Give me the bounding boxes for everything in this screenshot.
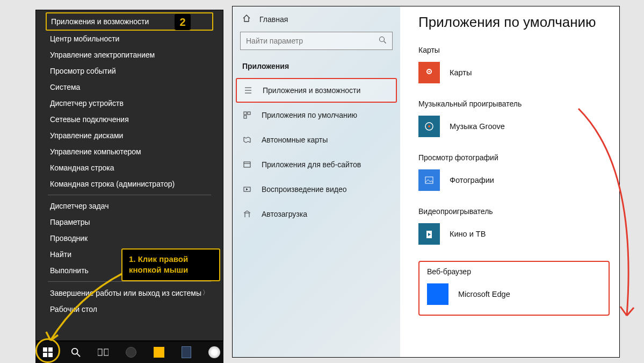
winx-label: Диспетчер устройств: [50, 99, 124, 108]
app-label: Фотографии: [450, 176, 494, 184]
nav-item-apps-websites[interactable]: Приложения для веб-сайтов: [233, 152, 400, 177]
svg-rect-7: [104, 349, 108, 355]
taskbar-taskview[interactable]: [94, 343, 112, 361]
winx-label: Рабочий стол: [50, 305, 97, 314]
winx-label: Управление электропитанием: [50, 51, 155, 59]
edge-icon: [427, 283, 448, 305]
winx-label: Система: [50, 83, 80, 91]
winx-label: Управление дисками: [50, 131, 123, 140]
search-icon: [71, 347, 81, 357]
winx-item-taskmgr[interactable]: Диспетчер задач: [36, 198, 223, 214]
taskbar-app-4[interactable]: [205, 343, 223, 361]
settings-search[interactable]: [240, 32, 393, 50]
winx-item-eventviewer[interactable]: Просмотр событий: [36, 63, 223, 79]
winx-label: Завершение работы или выход из системы: [50, 289, 201, 297]
winx-item-devicemgr[interactable]: Диспетчер устройств: [36, 95, 223, 111]
taskbar: [35, 341, 223, 363]
nav-item-offline-maps[interactable]: Автономные карты: [233, 127, 400, 152]
winx-separator: [48, 195, 211, 195]
start-button[interactable]: [39, 343, 57, 361]
settings-window: Главная Приложения Приложения и возможно…: [232, 6, 620, 358]
winx-item-settings[interactable]: Параметры: [36, 214, 223, 230]
windows-icon: [43, 347, 53, 357]
nav-label: Приложения и возможности: [263, 86, 360, 95]
svg-rect-13: [244, 112, 247, 115]
nav-item-default-apps[interactable]: Приложения по умолчанию: [233, 103, 400, 127]
nav-item-startup[interactable]: Автозагрузка: [233, 202, 400, 226]
nav-home-label: Главная: [259, 15, 288, 24]
svg-point-8: [380, 37, 385, 41]
nav-item-apps-features[interactable]: Приложения и возможности: [236, 78, 397, 103]
svg-rect-6: [98, 349, 102, 355]
svg-rect-3: [48, 353, 53, 357]
maps-icon: [418, 62, 440, 83]
winx-separator: [48, 281, 211, 282]
winx-label: Приложения и возможности: [51, 17, 149, 26]
photos-icon: [418, 169, 440, 191]
group-heading-photos: Просмотр фотографий: [418, 153, 610, 162]
sticky-notes-icon: [154, 347, 164, 358]
nav-home[interactable]: Главная: [233, 14, 400, 32]
taskbar-app-2[interactable]: [150, 343, 168, 361]
winx-item-desktop[interactable]: Рабочий стол: [36, 301, 223, 317]
winx-item-power[interactable]: Управление электропитанием: [36, 47, 223, 63]
app-label: Музыка Groove: [450, 122, 505, 131]
chevron-right-icon: 〉: [202, 288, 209, 297]
winx-label: Параметры: [50, 218, 90, 226]
taskview-icon: [98, 348, 108, 357]
group-heading-video: Видеопроигрыватель: [418, 207, 610, 216]
winx-item-network[interactable]: Сетевые подключения: [36, 111, 223, 127]
winx-item-system[interactable]: Система: [36, 79, 223, 95]
svg-rect-0: [43, 347, 47, 352]
winx-label: Сетевые подключения: [50, 115, 129, 124]
winx-item-mobility[interactable]: Центр мобильности: [36, 31, 223, 47]
link-icon: [242, 160, 252, 169]
startup-icon: [242, 209, 252, 219]
svg-rect-15: [244, 116, 247, 118]
app-label: Карты: [450, 68, 472, 77]
winx-label: Найти: [50, 250, 71, 259]
app-label: Кино и ТВ: [450, 230, 486, 238]
winx-label: Командная строка: [50, 163, 114, 172]
svg-rect-14: [248, 112, 250, 115]
settings-content: Приложения по умолчанию Карты Карты Музы…: [400, 6, 619, 357]
default-app-video[interactable]: Кино и ТВ: [418, 223, 610, 245]
winx-item-cmd[interactable]: Командная строка: [36, 160, 223, 176]
nav-label: Автозагрузка: [262, 210, 307, 218]
group-heading-maps: Карты: [418, 46, 610, 54]
nav-label: Приложения по умолчанию: [262, 111, 357, 119]
default-app-browser[interactable]: Microsoft Edge: [427, 283, 601, 305]
taskbar-search[interactable]: [67, 343, 85, 361]
calculator-icon: [182, 346, 191, 358]
groove-icon: [418, 116, 440, 137]
default-app-music[interactable]: Музыка Groove: [418, 116, 610, 137]
search-input[interactable]: [246, 37, 375, 45]
winx-label: Проводник: [50, 234, 88, 243]
winx-item-shutdown[interactable]: Завершение работы или выход из системы 〉: [36, 284, 223, 301]
default-app-photos[interactable]: Фотографии: [418, 169, 610, 191]
nav-item-video[interactable]: Воспроизведение видео: [233, 177, 400, 202]
browser-group-highlight: Веб-браузер Microsoft Edge: [418, 261, 610, 316]
nav-label: Автономные карты: [262, 136, 328, 144]
winx-label: Выполнить: [50, 266, 89, 275]
winx-label: Управление компьютером: [50, 147, 141, 156]
circle-icon: [126, 347, 136, 358]
winx-context-menu: Приложения и возможности Центр мобильнос…: [35, 10, 223, 341]
winx-panel: Приложения и возможности Центр мобильнос…: [0, 0, 226, 363]
taskbar-app-3[interactable]: [178, 343, 196, 361]
taskbar-app-1[interactable]: [122, 343, 140, 361]
winx-item-diskmgr[interactable]: Управление дисками: [36, 127, 223, 144]
group-heading-music: Музыкальный проигрыватель: [418, 99, 610, 108]
default-app-maps[interactable]: Карты: [418, 62, 610, 83]
annotation-callout-1: 1. Клик правой кнопкой мыши: [121, 248, 220, 281]
svg-point-20: [429, 71, 430, 73]
video-icon: [242, 184, 252, 194]
svg-rect-2: [43, 353, 47, 357]
search-icon: [379, 36, 387, 46]
page-title: Приложения по умолчанию: [418, 14, 610, 31]
winx-item-cmd-admin[interactable]: Командная строка (администратор): [36, 176, 223, 192]
winx-item-explorer[interactable]: Проводник: [36, 230, 223, 246]
group-heading-browser: Веб-браузер: [427, 267, 601, 276]
movies-icon: [418, 223, 440, 245]
winx-item-computermgr[interactable]: Управление компьютером: [36, 144, 223, 160]
